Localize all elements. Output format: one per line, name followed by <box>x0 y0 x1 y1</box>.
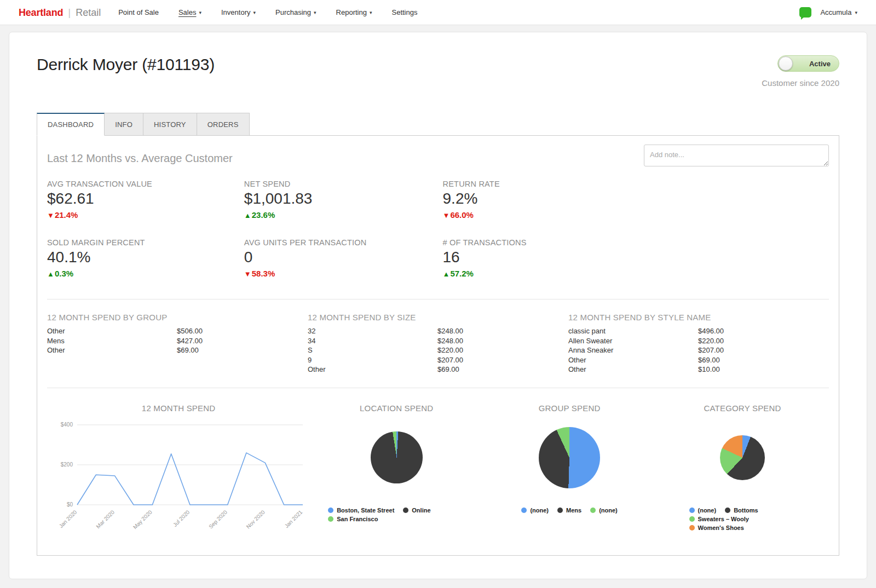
legend-dot <box>328 516 333 522</box>
table-row: Other$69.00 <box>47 345 308 355</box>
metrics-grid: AVG TRANSACTION VALUE$62.61▼21.4%NET SPE… <box>47 180 829 286</box>
metric-of-transactions: # OF TRANSACTIONS16▲57.2% <box>443 238 829 278</box>
toggle-knob <box>779 56 793 71</box>
metric-delta-value: 21.4% <box>55 210 78 220</box>
top-nav: Heartland | Retail Point of SaleSales▾In… <box>0 0 876 25</box>
row-label: 34 <box>308 336 437 346</box>
svg-text:Jan 2021: Jan 2021 <box>284 509 304 529</box>
nav-item-reporting[interactable]: Reporting▾ <box>336 8 372 16</box>
card-header-right: Active Customer since 2020 <box>762 55 839 88</box>
row-label: Other <box>568 365 698 374</box>
legend-dot <box>689 525 695 531</box>
pie-location-spend <box>371 431 423 483</box>
spend-table-title: 12 MONTH SPEND BY STYLE NAME <box>568 313 829 322</box>
metric-value: 16 <box>443 249 829 266</box>
tab-orders[interactable]: ORDERS <box>197 113 250 136</box>
legend-label: (none) <box>599 507 618 514</box>
row-value: $220.00 <box>437 345 568 355</box>
brand-primary: Heartland <box>19 7 63 19</box>
metric-label: # OF TRANSACTIONS <box>443 238 829 247</box>
tab-bar: DASHBOARDINFOHISTORYORDERS <box>37 113 839 135</box>
toggle-label: Active <box>809 60 831 68</box>
nav-item-label: Sales <box>178 8 197 16</box>
chevron-down-icon: ▾ <box>253 10 256 15</box>
nav-item-label: Settings <box>391 8 417 16</box>
nav-item-label: Purchasing <box>275 8 311 16</box>
row-label: Other <box>308 365 437 374</box>
row-value: $69.00 <box>437 365 568 374</box>
table-row: Allen Sweater$220.00 <box>568 336 829 346</box>
row-label: classic pant <box>568 326 698 336</box>
metric-label: NET SPEND <box>244 180 443 188</box>
charts-row: 12 MONTH SPEND$0$200$400Jan 2020Mar 2020… <box>47 403 829 539</box>
chart-title: LOCATION SPEND <box>360 403 433 413</box>
spend-table-title: 12 MONTH SPEND BY SIZE <box>308 313 568 322</box>
nav-item-point-of-sale[interactable]: Point of Sale <box>118 8 159 16</box>
tab-history[interactable]: HISTORY <box>143 113 197 136</box>
arrow-up-icon: ▲ <box>443 270 450 278</box>
metric-value: 0 <box>244 249 443 266</box>
metric-avg-units-per-transaction: AVG UNITS PER TRANSACTION0▼58.3% <box>244 238 443 278</box>
line-chart-12-month-spend: 12 MONTH SPEND$0$200$400Jan 2020Mar 2020… <box>47 403 310 539</box>
pie-area <box>720 420 765 495</box>
legend-label: Online <box>412 507 430 514</box>
metric-value: 40.1% <box>47 249 244 266</box>
legend-item: Mens <box>557 507 581 514</box>
row-value: $427.00 <box>177 336 308 346</box>
tab-info[interactable]: INFO <box>105 113 143 136</box>
legend-label: (none) <box>530 507 549 514</box>
pie-chart-category-spend: CATEGORY SPEND(none)BottomsSweaters – Wo… <box>656 403 829 539</box>
brand-logo[interactable]: Heartland | Retail <box>19 7 101 19</box>
chart-title: GROUP SPEND <box>539 403 601 413</box>
chevron-down-icon: ▾ <box>370 10 372 15</box>
metric-delta-value: 23.6% <box>252 210 275 220</box>
legend-dot <box>689 516 695 522</box>
table-row: Anna Sneaker$207.00 <box>568 345 829 355</box>
legend-label: Bottoms <box>734 507 758 514</box>
arrow-down-icon: ▼ <box>47 211 54 220</box>
metric-return-rate: RETURN RATE9.2%▼66.0% <box>443 180 829 220</box>
nav-right: Accumula ▾ <box>799 7 857 18</box>
row-label: Allen Sweater <box>568 336 698 346</box>
row-value: $69.00 <box>177 345 308 355</box>
chart-title: CATEGORY SPEND <box>704 403 781 413</box>
metric-sold-margin-percent: SOLD MARGIN PERCENT40.1%▲0.3% <box>47 238 244 278</box>
note-input[interactable] <box>644 145 829 166</box>
svg-text:$400: $400 <box>61 422 73 428</box>
chevron-down-icon: ▾ <box>199 10 201 15</box>
nav-item-inventory[interactable]: Inventory▾ <box>221 8 256 16</box>
arrow-down-icon: ▼ <box>244 270 251 278</box>
spend-table-12-month-spend-by-size: 12 MONTH SPEND BY SIZE32$248.0034$248.00… <box>308 313 568 374</box>
divider <box>47 388 829 388</box>
legend-label: Sweaters – Wooly <box>698 516 749 522</box>
nav-item-settings[interactable]: Settings <box>391 8 417 16</box>
legend-item: San Francisco <box>328 516 378 522</box>
arrow-down-icon: ▼ <box>443 211 450 220</box>
legend-item: Boston, State Street <box>328 507 394 514</box>
divider <box>47 299 829 299</box>
row-label: 9 <box>308 355 437 365</box>
table-row: 32$248.00 <box>308 326 568 336</box>
row-value: $220.00 <box>698 336 829 346</box>
metric-delta-value: 66.0% <box>450 210 474 220</box>
tab-dashboard[interactable]: DASHBOARD <box>37 113 105 136</box>
pie-category-spend <box>720 435 765 480</box>
nav-item-sales[interactable]: Sales▾ <box>178 8 201 16</box>
nav-item-label: Inventory <box>221 8 250 16</box>
active-toggle[interactable]: Active <box>777 55 839 72</box>
card-header: Derrick Moyer (#101193) Active Customer … <box>37 55 839 88</box>
metric-delta: ▼66.0% <box>443 210 829 220</box>
pie-legend: Boston, State StreetOnlineSan Francisco <box>328 507 465 522</box>
nav-items: Point of SaleSales▾Inventory▾Purchasing▾… <box>118 8 799 16</box>
arrow-up-icon: ▲ <box>47 270 54 278</box>
row-label: Anna Sneaker <box>568 345 698 355</box>
metric-net-spend: NET SPEND$1,001.83▲23.6% <box>244 180 443 220</box>
svg-text:$0: $0 <box>67 501 73 508</box>
chat-icon[interactable] <box>799 7 811 18</box>
nav-item-purchasing[interactable]: Purchasing▾ <box>275 8 316 16</box>
nav-item-label: Reporting <box>336 8 367 16</box>
dashboard-panel: Last 12 Months vs. Average Customer AVG … <box>37 135 839 556</box>
legend-dot <box>590 508 596 513</box>
account-menu[interactable]: Accumula ▾ <box>820 8 857 16</box>
row-label: Other <box>47 326 177 336</box>
